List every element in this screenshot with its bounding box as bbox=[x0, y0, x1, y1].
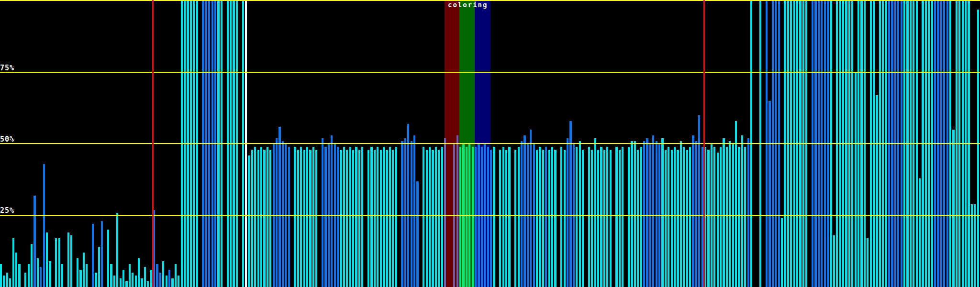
bar bbox=[337, 147, 339, 287]
bar bbox=[527, 144, 529, 287]
bar bbox=[46, 232, 48, 287]
bar bbox=[294, 147, 296, 287]
bar bbox=[977, 10, 979, 287]
bar bbox=[49, 261, 51, 287]
bar bbox=[637, 150, 639, 287]
bar bbox=[168, 270, 170, 287]
bar bbox=[490, 150, 492, 287]
bar bbox=[18, 264, 20, 287]
bar bbox=[937, 1, 939, 287]
bar bbox=[778, 1, 780, 287]
red-marker-2 bbox=[703, 0, 705, 287]
bar bbox=[968, 1, 969, 287]
bar bbox=[24, 273, 26, 287]
bar bbox=[591, 150, 593, 287]
bar bbox=[159, 273, 161, 287]
bar bbox=[138, 258, 140, 287]
bar bbox=[107, 230, 109, 287]
bar bbox=[793, 1, 795, 287]
bar bbox=[827, 1, 829, 287]
bar bbox=[58, 238, 60, 287]
bar bbox=[842, 1, 844, 287]
bar bbox=[441, 147, 443, 287]
bar bbox=[560, 147, 562, 287]
bar bbox=[781, 218, 783, 287]
bar bbox=[569, 121, 571, 287]
bar bbox=[343, 147, 345, 287]
bar bbox=[171, 278, 173, 287]
bar bbox=[845, 1, 847, 287]
bar bbox=[40, 267, 42, 287]
bar bbox=[395, 147, 397, 287]
bar bbox=[217, 1, 219, 287]
bar bbox=[407, 124, 409, 287]
bar bbox=[576, 147, 578, 287]
bar bbox=[162, 261, 164, 287]
bar bbox=[713, 147, 715, 287]
bar bbox=[416, 181, 418, 287]
bar bbox=[508, 147, 510, 287]
bar bbox=[432, 150, 434, 287]
bar bbox=[43, 164, 45, 287]
y-axis-label-50: 50% bbox=[0, 136, 14, 143]
bar bbox=[444, 138, 446, 287]
bar bbox=[619, 150, 621, 287]
bar bbox=[692, 135, 694, 287]
bar bbox=[334, 144, 336, 287]
bar bbox=[260, 147, 262, 287]
bar bbox=[380, 150, 382, 287]
bar bbox=[135, 276, 137, 287]
bar bbox=[523, 135, 525, 287]
bar bbox=[426, 150, 428, 287]
bar bbox=[208, 1, 210, 287]
bar bbox=[814, 1, 816, 287]
bar bbox=[677, 150, 679, 287]
red-marker-1 bbox=[152, 0, 154, 287]
bar bbox=[949, 1, 951, 287]
bar bbox=[962, 1, 964, 287]
bar bbox=[913, 1, 914, 287]
bar bbox=[79, 270, 81, 287]
bar bbox=[184, 1, 186, 287]
bar bbox=[61, 264, 63, 287]
bar bbox=[594, 138, 596, 287]
bar bbox=[784, 1, 786, 287]
bar bbox=[472, 147, 474, 287]
bar bbox=[462, 144, 464, 287]
bar bbox=[236, 1, 238, 287]
bar bbox=[897, 1, 899, 287]
bar bbox=[98, 247, 100, 287]
bar bbox=[775, 1, 777, 287]
bar bbox=[83, 253, 85, 287]
bar bbox=[132, 273, 134, 287]
bar bbox=[582, 150, 584, 287]
bar bbox=[812, 1, 813, 287]
bar bbox=[848, 1, 850, 287]
bar bbox=[110, 264, 112, 287]
bar bbox=[855, 73, 857, 287]
bar bbox=[567, 138, 568, 287]
bar bbox=[879, 1, 881, 287]
bar bbox=[481, 147, 483, 287]
bar bbox=[233, 1, 234, 287]
bar bbox=[533, 144, 535, 287]
bar bbox=[514, 150, 516, 287]
bar bbox=[12, 238, 14, 287]
bar bbox=[597, 150, 599, 287]
bar bbox=[355, 147, 357, 287]
bar bbox=[312, 147, 314, 287]
bar bbox=[867, 238, 869, 287]
bar bbox=[55, 238, 57, 287]
bar bbox=[116, 213, 118, 287]
bar bbox=[92, 224, 94, 287]
bar bbox=[227, 1, 229, 287]
bar bbox=[306, 147, 308, 287]
bar bbox=[542, 150, 544, 287]
bar bbox=[300, 147, 302, 287]
bar bbox=[267, 147, 268, 287]
bar bbox=[916, 1, 918, 287]
bar bbox=[3, 276, 5, 287]
bar bbox=[818, 1, 820, 287]
bar bbox=[925, 1, 927, 287]
y-axis-label-75: 75% bbox=[0, 65, 14, 72]
